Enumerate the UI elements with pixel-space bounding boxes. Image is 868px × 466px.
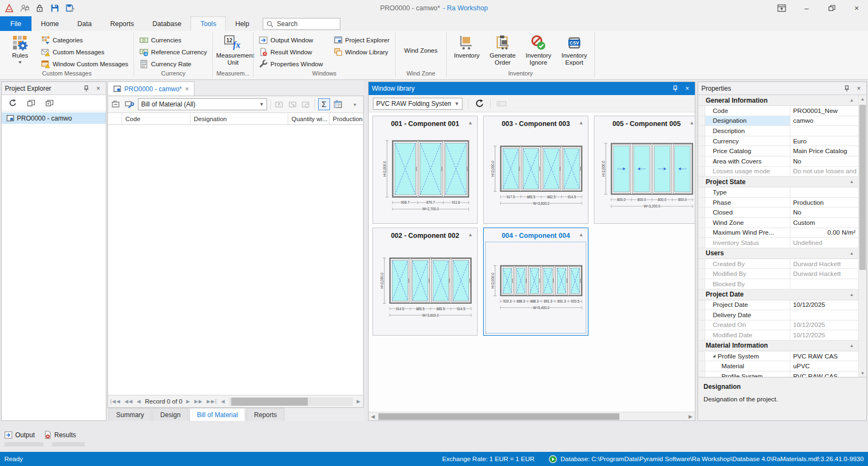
wind-zones-button[interactable]: Wind Zones: [399, 33, 443, 68]
grid-column-production[interactable]: Production ...: [330, 113, 363, 124]
prev-record-icon[interactable]: ◀: [137, 399, 141, 404]
library-horizontal-scrollbar[interactable]: ◀ ▶: [369, 412, 695, 420]
search-input[interactable]: Search: [263, 18, 340, 30]
tab-reports[interactable]: Reports: [246, 408, 284, 421]
property-value[interactable]: Undefined: [790, 238, 858, 248]
property-value[interactable]: No: [790, 156, 858, 166]
collapse-icon[interactable]: ▲: [850, 179, 854, 184]
property-value[interactable]: Do not use losses and re...: [790, 167, 858, 177]
pivot-grid-icon[interactable]: 2: [333, 99, 343, 110]
tab-bill-of-material[interactable]: Bill of Material: [189, 408, 245, 421]
collapse-icon[interactable]: ▲: [850, 98, 854, 103]
component-card[interactable]: 002 - Component 002▲H=2,000.0914.5885.58…: [372, 228, 478, 336]
component-card[interactable]: 004 - Component 004▲H=2,000.0920.3888.38…: [483, 228, 588, 336]
user-permissions-icon[interactable]: [20, 3, 29, 13]
toolbar-overflow-icon[interactable]: ▾: [350, 99, 360, 110]
property-row[interactable]: Area with CoversNo: [698, 156, 858, 167]
property-row[interactable]: Description: [698, 126, 858, 136]
collapse-icon[interactable]: ▲: [850, 251, 854, 256]
property-value[interactable]: camwo: [790, 116, 858, 126]
property-value[interactable]: [790, 310, 858, 320]
restore-button[interactable]: [826, 3, 838, 14]
property-value[interactable]: PRO0001_New: [790, 106, 858, 116]
scrollbar-thumb[interactable]: [231, 398, 308, 406]
properties-window-button[interactable]: Properties Window: [257, 58, 325, 70]
hscroll-right-icon[interactable]: ▶: [686, 414, 695, 419]
collapse-icon[interactable]: ▲: [689, 120, 694, 125]
save-as-icon[interactable]: [65, 3, 75, 13]
property-value[interactable]: Custom: [790, 218, 858, 228]
close-icon[interactable]: ×: [683, 84, 692, 93]
collapse-icon[interactable]: ▲: [579, 232, 584, 237]
grid-column-designation[interactable]: Designation: [191, 113, 288, 124]
minimize-button[interactable]: –: [801, 3, 813, 14]
property-row[interactable]: PhaseProduction: [698, 198, 858, 208]
property-value[interactable]: 0.00 N/m²: [790, 228, 858, 238]
property-row[interactable]: Modified Date10/12/2025: [698, 330, 858, 341]
property-section-header[interactable]: Project State▲: [698, 177, 858, 187]
property-row[interactable]: Blocked By: [698, 279, 858, 289]
property-row[interactable]: Project Date10/12/2025: [698, 300, 858, 311]
pin-icon[interactable]: [842, 84, 851, 93]
property-row[interactable]: Price CatalogMain Price Catalog: [698, 146, 858, 156]
menu-tab-data[interactable]: Data: [68, 16, 101, 31]
property-row[interactable]: MaterialuPVC: [698, 361, 858, 371]
results-panel-button[interactable]: Results: [43, 431, 76, 439]
property-row[interactable]: Designationcamwo: [698, 116, 858, 127]
close-icon[interactable]: ×: [94, 84, 103, 93]
custom-messages-button[interactable]: Custom Messages: [39, 46, 130, 58]
document-tab[interactable]: PRO0000 - camwo* ×: [107, 81, 194, 96]
component-card[interactable]: 003 - Component 003▲H=2,000.0917.5885.58…: [483, 116, 588, 224]
document-tab-close-icon[interactable]: ×: [185, 85, 189, 93]
project-explorer-button[interactable]: Project Explorer: [332, 34, 392, 46]
group-panel-icon[interactable]: [111, 99, 121, 110]
first-record-icon[interactable]: |◀◀: [110, 399, 121, 404]
hscroll-right-icon[interactable]: ▶: [357, 399, 361, 404]
property-section-header[interactable]: General Information▲: [698, 95, 858, 106]
save-icon[interactable]: [50, 3, 60, 13]
hscroll-left-icon[interactable]: ◀: [221, 399, 225, 404]
result-window-button[interactable]: Result Window: [257, 46, 325, 58]
window-custom-messages-button[interactable]: Window Custom Messages: [39, 58, 130, 70]
reference-currency-button[interactable]: Reference Currency: [137, 46, 209, 58]
properties-vertical-scrollbar[interactable]: ▲ ▼: [859, 95, 866, 377]
property-value[interactable]: Production: [790, 198, 858, 207]
property-section-header[interactable]: Project Date▲: [698, 289, 858, 300]
grid-column-code[interactable]: Code: [122, 113, 191, 124]
categories-button[interactable]: Categories: [39, 34, 130, 46]
property-row[interactable]: Created On10/12/2025: [698, 320, 858, 331]
output-window-button[interactable]: Output Window: [257, 34, 325, 46]
property-value[interactable]: Euro: [790, 136, 858, 146]
column-chooser-icon[interactable]: [124, 99, 134, 110]
property-value[interactable]: Durward Hackett: [790, 269, 858, 279]
component-card[interactable]: 005 - Component 005▲H=2,000.0800.0800.08…: [594, 116, 695, 224]
property-row[interactable]: Modified ByDurward Hackett: [698, 269, 858, 279]
close-button[interactable]: ×: [851, 3, 863, 14]
currency-rate-button[interactable]: Currency Rate: [137, 58, 209, 70]
generate-order-button[interactable]: Generate Order: [486, 33, 519, 66]
menu-tab-database[interactable]: Database: [143, 16, 191, 31]
property-value[interactable]: [790, 187, 858, 197]
property-value[interactable]: 10/12/2025: [790, 330, 858, 340]
hscroll-left-icon[interactable]: ◀: [369, 414, 377, 419]
property-section-header[interactable]: Material Information▲: [698, 341, 858, 351]
property-row[interactable]: Type: [698, 187, 858, 198]
collapse-icon[interactable]: ▲: [850, 343, 854, 348]
rules-button[interactable]: Rules: [3, 33, 37, 64]
property-row[interactable]: Inventory StatusUndefined: [698, 238, 858, 248]
collapse-icon[interactable]: ▲: [579, 120, 584, 125]
tree-item-project[interactable]: PRO0000 - camwo: [2, 112, 106, 124]
property-row[interactable]: CurrencyEuro: [698, 136, 858, 147]
component-card[interactable]: 001 - Component 001▲H=2,000.0908.7879.79…: [372, 116, 478, 224]
measurement-unit-button[interactable]: 12fx Measurement Unit: [216, 33, 250, 66]
totals-toggle-button[interactable]: Σ: [318, 98, 330, 110]
scrollbar-thumb[interactable]: [378, 413, 619, 420]
property-value[interactable]: PVC RAW CAS: [790, 371, 858, 377]
currencies-button[interactable]: Currencies: [137, 34, 209, 46]
collapse-all-icon[interactable]: [26, 98, 36, 109]
collapse-icon[interactable]: ▲: [468, 232, 473, 237]
property-value[interactable]: No: [790, 207, 858, 217]
collapse-icon[interactable]: ▲: [468, 120, 473, 125]
menu-tab-reports[interactable]: Reports: [101, 16, 143, 31]
inventory-button[interactable]: Inventory: [450, 33, 484, 59]
